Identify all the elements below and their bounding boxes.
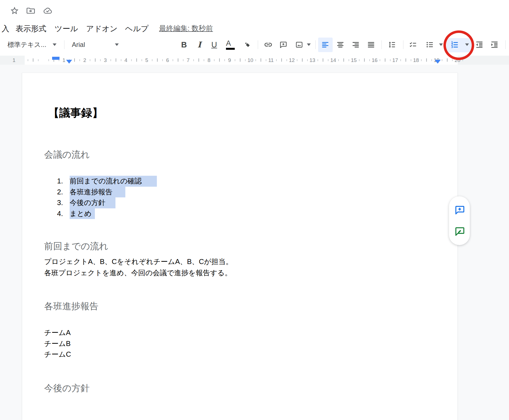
ruler-number: 7 xyxy=(184,56,192,65)
floating-action-pill xyxy=(449,196,470,245)
cloud-check-icon[interactable] xyxy=(43,6,52,15)
chevron-down-icon[interactable] xyxy=(115,44,119,46)
paragraph-line: 各班プロジェクトを進め、今回の会議で進捗を報告する。 xyxy=(44,267,233,279)
image-icon[interactable] xyxy=(293,38,306,51)
toolbar-divider xyxy=(315,40,316,49)
ruler-number: 11 xyxy=(267,56,275,65)
heading-progress: 各班進捗報告 xyxy=(44,300,98,313)
menu-insert-partial[interactable]: 入 xyxy=(2,24,9,34)
numbered-list-icon[interactable]: 123 xyxy=(448,38,461,51)
toolbar-divider xyxy=(381,40,382,49)
font-family-dropdown[interactable]: Arial xyxy=(72,41,85,49)
ruler-number: 16 xyxy=(371,56,379,65)
ruler-number: 10 xyxy=(246,56,255,65)
bold-button[interactable]: B xyxy=(181,40,187,49)
heading-previous: 前回までの流れ xyxy=(44,240,108,252)
selected-text: まとめ xyxy=(70,208,95,219)
svg-text:3: 3 xyxy=(451,46,453,49)
selected-text: 今後の方針 xyxy=(70,197,115,208)
list-number: 4. xyxy=(57,208,70,219)
toolbar-divider xyxy=(403,40,403,49)
titlebar xyxy=(0,0,509,17)
justify-icon[interactable] xyxy=(365,38,377,51)
ruler-number: 4 xyxy=(122,56,130,65)
link-icon[interactable] xyxy=(262,38,275,51)
paragraph-style-dropdown[interactable]: 標準テキス... xyxy=(7,40,46,49)
text-color-swatch xyxy=(226,48,235,50)
star-icon[interactable] xyxy=(10,6,19,15)
team-line: チームC xyxy=(44,349,71,360)
align-center-icon[interactable] xyxy=(334,38,347,51)
team-list: チームA チームB チームC xyxy=(44,327,71,360)
list-item: 1.前回までの流れの確認 xyxy=(22,176,457,187)
decrease-indent-icon[interactable] xyxy=(473,38,486,51)
ruler-number: 17 xyxy=(391,56,399,65)
bulleted-list-icon[interactable] xyxy=(423,38,436,51)
chevron-down-icon[interactable] xyxy=(439,44,443,46)
italic-button[interactable]: I xyxy=(197,40,201,49)
menu-help[interactable]: ヘルプ xyxy=(125,24,149,34)
heading-policy: 今後の方針 xyxy=(44,382,90,395)
list-number: 2. xyxy=(57,187,70,198)
toolbar-divider xyxy=(258,40,258,49)
ruler-number: 1 xyxy=(10,56,18,65)
google-docs-window: 入 表示形式 ツール アドオン ヘルプ 最終編集: 数秒前 標準テキス... A… xyxy=(0,0,509,420)
align-right-icon[interactable] xyxy=(349,38,362,51)
ruler-number: 14 xyxy=(329,56,337,65)
agenda-list: 1.前回までの流れの確認 2.各班進捗報告 3.今後の方針 4.まとめ xyxy=(22,176,457,219)
toolbar: 標準テキス... Arial − 11 + B I U A xyxy=(0,34,509,56)
list-number: 1. xyxy=(57,176,70,187)
heading-agenda: 会議の流れ xyxy=(44,149,90,161)
paragraph-line: プロジェクトA、B、CをそれぞれチームA、B、Cが担当。 xyxy=(44,256,233,267)
ruler-number: 6 xyxy=(163,56,172,65)
menu-addons[interactable]: アドオン xyxy=(86,24,118,34)
chevron-down-icon[interactable] xyxy=(465,44,469,46)
team-line: チームA xyxy=(44,327,71,338)
chevron-down-icon[interactable] xyxy=(53,44,56,46)
checklist-icon[interactable] xyxy=(407,38,419,51)
add-comment-button[interactable] xyxy=(453,203,466,217)
left-indent-marker[interactable] xyxy=(66,60,72,64)
right-indent-marker[interactable] xyxy=(435,60,441,64)
ruler-number: 12 xyxy=(288,56,296,65)
text-color-button[interactable]: A xyxy=(226,40,235,50)
ruler-number: 9 xyxy=(225,56,234,65)
ruler-number: 5 xyxy=(143,56,151,65)
ruler-number: 18 xyxy=(412,56,420,65)
line-spacing-icon[interactable] xyxy=(386,38,398,51)
document-area: 【議事録】 会議の流れ 1.前回までの流れの確認 2.各班進捗報告 3.今後の方… xyxy=(0,65,509,420)
list-number: 3. xyxy=(57,197,70,208)
menu-format[interactable]: 表示形式 xyxy=(16,24,46,34)
ruler-number: 13 xyxy=(308,56,316,65)
menubar: 入 表示形式 ツール アドオン ヘルプ 最終編集: 数秒前 xyxy=(0,17,509,34)
list-item: 4.まとめ xyxy=(22,208,457,219)
suggest-edits-button[interactable] xyxy=(453,225,466,238)
first-line-indent-marker[interactable] xyxy=(52,57,60,60)
ruler-ticks xyxy=(22,56,468,65)
toolbar-divider xyxy=(505,40,506,49)
doc-title: 【議事録】 xyxy=(48,105,103,120)
ruler: 1 1 2 3 4 5 6 7 8 9 10 11 12 13 14 15 16… xyxy=(0,56,509,65)
increase-indent-icon[interactable] xyxy=(488,38,501,51)
paragraph: プロジェクトA、B、CをそれぞれチームA、B、Cが担当。 各班プロジェクトを進め… xyxy=(44,256,233,279)
menu-tools[interactable]: ツール xyxy=(55,24,78,34)
folder-move-icon[interactable] xyxy=(26,6,35,15)
ruler-number: 3 xyxy=(101,56,109,65)
list-item: 2.各班進捗報告 xyxy=(22,187,457,198)
highlighter-icon[interactable] xyxy=(241,38,254,51)
add-comment-icon[interactable] xyxy=(277,38,289,51)
chevron-down-icon[interactable] xyxy=(307,44,311,46)
list-item: 3.今後の方針 xyxy=(22,197,457,208)
selected-text: 各班進捗報告 xyxy=(70,187,125,198)
ruler-number: 15 xyxy=(350,56,358,65)
ruler-number: 8 xyxy=(205,56,213,65)
ruler-number: 2 xyxy=(81,56,89,65)
team-line: チームB xyxy=(44,338,71,349)
ruler-number: 20 xyxy=(453,56,462,65)
toolbar-divider xyxy=(64,40,64,49)
selected-text: 前回までの流れの確認 xyxy=(70,176,157,187)
underline-button[interactable]: U xyxy=(211,40,217,49)
align-left-icon[interactable] xyxy=(319,38,332,51)
document-page[interactable]: 【議事録】 会議の流れ 1.前回までの流れの確認 2.各班進捗報告 3.今後の方… xyxy=(22,73,458,420)
last-edit-link[interactable]: 最終編集: 数秒前 xyxy=(159,24,213,33)
